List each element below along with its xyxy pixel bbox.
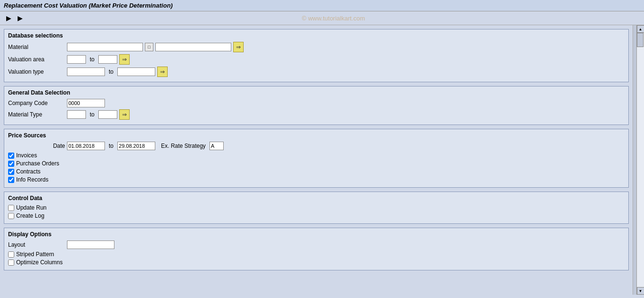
create-log-row: Create Log (8, 212, 625, 219)
ex-rate-strategy-input[interactable] (209, 142, 224, 150)
control-data-title: Control Data (8, 195, 625, 202)
valuation-area-arrow-btn[interactable]: ⇒ (119, 54, 130, 65)
contracts-checkbox[interactable] (8, 169, 14, 175)
general-data-section: General Data Selection Company Code Mate… (4, 86, 629, 125)
update-run-label: Update Run (16, 204, 47, 211)
material-type-row: Material Type to ⇒ (8, 109, 625, 120)
striped-pattern-row: Striped Pattern (8, 251, 625, 258)
valuation-area-to-label: to (90, 56, 95, 63)
striped-pattern-checkbox[interactable] (8, 251, 14, 258)
info-records-row: Info Records (8, 176, 625, 183)
material-arrow-btn[interactable]: ⇒ (233, 42, 244, 52)
price-sources-title: Price Sources (8, 132, 625, 139)
material-type-to-input[interactable] (98, 110, 117, 119)
invoices-row: Invoices (8, 152, 625, 159)
purchase-orders-label: Purchase Orders (16, 160, 59, 167)
page-title: Replacement Cost Valuation (Market Price… (4, 2, 173, 9)
valuation-type-from-input[interactable] (67, 67, 105, 76)
valuation-area-to-input[interactable] (98, 55, 117, 64)
purchase-orders-row: Purchase Orders (8, 160, 625, 167)
striped-pattern-label: Striped Pattern (16, 251, 54, 258)
optimize-columns-label: Optimize Columns (16, 259, 63, 266)
material-type-arrow-btn[interactable]: ⇒ (119, 109, 130, 120)
display-options-section: Display Options Layout Striped Pattern O… (4, 228, 629, 270)
info-records-checkbox[interactable] (8, 177, 14, 183)
date-to-input[interactable] (117, 142, 155, 150)
info-records-label: Info Records (16, 176, 48, 183)
material-select-btn[interactable]: □ (145, 43, 153, 51)
date-row: Date to Ex. Rate Strategy (8, 142, 625, 150)
material-type-label: Material Type (8, 111, 65, 118)
layout-input[interactable] (67, 240, 114, 249)
scroll-up-btn[interactable]: ▲ (637, 25, 644, 33)
valuation-type-arrow-btn[interactable]: ⇒ (157, 67, 168, 77)
display-options-title: Display Options (8, 231, 625, 238)
scroll-track[interactable] (637, 33, 644, 287)
back-icon[interactable]: ▶ (4, 13, 13, 23)
general-data-title: General Data Selection (8, 89, 625, 96)
scroll-down-btn[interactable]: ▼ (637, 287, 644, 295)
material-label: Material (8, 44, 65, 50)
vertical-scrollbar: ▲ ▼ (636, 25, 644, 295)
price-sources-section: Price Sources Date to Ex. Rate Strategy … (4, 129, 629, 188)
database-selections-title: Database selections (8, 32, 625, 39)
contracts-label: Contracts (16, 168, 40, 175)
create-log-checkbox[interactable] (8, 213, 14, 219)
date-to-label: to (109, 143, 114, 149)
layout-label: Layout (8, 241, 65, 248)
scroll-thumb[interactable] (637, 33, 644, 47)
valuation-area-label: Valuation area (8, 56, 65, 63)
forward-icon[interactable]: ▶ (15, 13, 25, 23)
invoices-checkbox[interactable] (8, 153, 14, 159)
date-from-input[interactable] (67, 142, 105, 150)
valuation-type-row: Valuation type to ⇒ (8, 67, 625, 77)
material-from-input[interactable] (67, 43, 143, 51)
optimize-columns-checkbox[interactable] (8, 260, 14, 266)
purchase-orders-checkbox[interactable] (8, 161, 14, 167)
valuation-type-to-label: to (109, 68, 114, 75)
layout-row: Layout (8, 240, 625, 249)
company-code-label: Company Code (8, 100, 65, 106)
material-type-from-input[interactable] (67, 110, 86, 119)
company-code-row: Company Code (8, 99, 625, 107)
valuation-area-row: Valuation area to ⇒ (8, 54, 625, 65)
watermark: © www.tutorialkart.com (27, 15, 640, 22)
control-data-section: Control Data Update Run Create Log (4, 192, 629, 224)
update-run-row: Update Run (8, 204, 625, 211)
update-run-checkbox[interactable] (8, 205, 14, 211)
create-log-label: Create Log (16, 212, 44, 219)
company-code-input[interactable] (67, 99, 105, 107)
material-type-to-label: to (90, 111, 95, 118)
material-to-input[interactable] (155, 43, 231, 51)
date-label: Date (8, 143, 65, 149)
valuation-area-from-input[interactable] (67, 55, 86, 64)
valuation-type-label: Valuation type (8, 68, 65, 75)
contracts-row: Contracts (8, 168, 625, 175)
ex-rate-strategy-label: Ex. Rate Strategy (161, 143, 206, 149)
invoices-label: Invoices (16, 152, 37, 159)
valuation-type-to-input[interactable] (117, 67, 155, 76)
optimize-columns-row: Optimize Columns (8, 259, 625, 266)
database-selections-section: Database selections Material □ ⇒ Valuati… (4, 29, 629, 82)
material-row: Material □ ⇒ (8, 42, 625, 52)
right-splitter (633, 25, 636, 295)
